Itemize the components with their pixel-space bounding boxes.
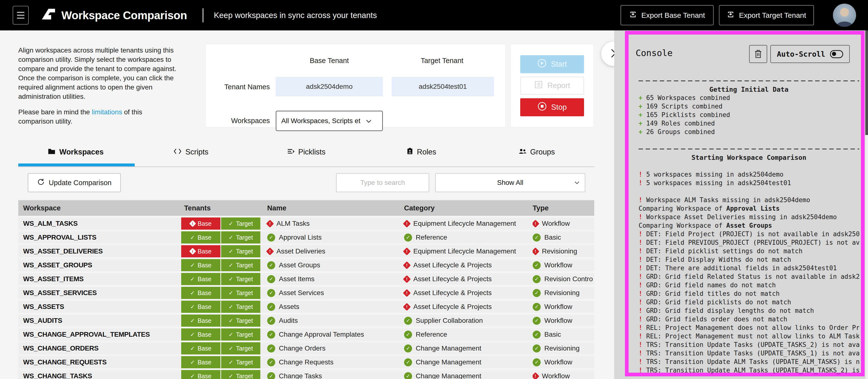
filter-select[interactable]: Show All <box>435 173 585 192</box>
table-row[interactable]: WS_ASSET_ITEMS✓Base✓Target✓Asset Items!A… <box>18 273 594 285</box>
name-cell: ✓Assets <box>267 301 299 313</box>
chevron-down-icon <box>575 181 580 184</box>
update-comparison-button[interactable]: Update Comparison <box>28 173 121 192</box>
search-input[interactable] <box>336 173 429 192</box>
console-log-line <box>639 187 859 196</box>
log-separator <box>639 149 859 149</box>
console-log-line: ! GRD: Grid field display lengths do not… <box>639 307 859 315</box>
workspace-id: WS_ASSETS <box>23 301 64 313</box>
warning-prefix: ! <box>639 350 643 357</box>
ok-check-icon: ✓ <box>533 261 541 269</box>
play-circle-icon <box>537 59 547 70</box>
table-row[interactable]: WS_ASSET_DELIVERIES!Base✓Target!Asset De… <box>18 245 594 257</box>
name-cell: ✓Change Requests <box>267 356 333 368</box>
column-header-category: Category <box>404 200 435 216</box>
check-icon: ✓ <box>229 373 233 379</box>
trash-icon <box>754 49 762 59</box>
check-icon: ✓ <box>190 290 195 296</box>
autoscroll-toggle-button[interactable]: Auto-Scroll <box>770 45 850 63</box>
target-tenant-badge: ✓Target <box>221 314 260 327</box>
console-log-line: Starting Workspace Comparison <box>639 153 859 162</box>
warning-diamond-icon: ! <box>403 275 411 283</box>
check-icon: ✓ <box>229 304 233 310</box>
table-row[interactable]: WS_ASSETS✓Base✓Target✓Assets!Asset Lifec… <box>18 301 594 313</box>
table-row[interactable]: WS_CHANGE_ORDERS✓Base✓Target✓Change Orde… <box>18 342 594 354</box>
workspace-id: WS_CHANGE_APPROVAL_TEMPLATES <box>23 329 150 341</box>
console-log-line: ! REL: Project Management does not allow… <box>639 323 859 332</box>
check-icon: ✓ <box>190 317 195 324</box>
base-tenant-name-value: adsk2504demo <box>276 77 383 96</box>
type-cell: ✓Revision Contro <box>533 273 594 285</box>
table-row[interactable]: WS_ASSET_GROUPS✓Base✓Target✓Asset Groups… <box>18 259 594 271</box>
base-tenant-badge: ✓Base <box>181 329 220 341</box>
table-row[interactable]: WS_ASSET_SERVICES✓Base✓Target✓Asset Serv… <box>18 287 594 299</box>
target-tenant-badge: ✓Target <box>221 217 260 230</box>
user-avatar[interactable] <box>833 4 856 27</box>
table-row[interactable]: WS_CHANGE_APPROVAL_TEMPLATES✓Base✓Target… <box>18 329 594 341</box>
type-cell: ✓Revisioning <box>533 342 594 354</box>
table-row[interactable]: WS_AUDITS✓Base✓Target✓Audits✓Supplier Co… <box>18 314 594 327</box>
target-tenant-badge: ✓Target <box>221 329 260 341</box>
base-tenant-column-header: Base Tenant <box>276 57 383 65</box>
limitations-link[interactable]: limitations <box>92 108 122 116</box>
check-icon: ✓ <box>229 345 233 352</box>
table-body: WS_ALM_TASKS!Base✓Target!ALM Tasks!Equip… <box>18 217 594 379</box>
ok-check-icon: ✓ <box>404 344 412 352</box>
ok-check-icon: ✓ <box>267 289 275 297</box>
tab-groups[interactable]: Groups <box>479 144 594 160</box>
roles-icon <box>407 148 413 157</box>
download-icon <box>629 10 637 20</box>
ok-check-icon: ✓ <box>404 358 412 366</box>
tab-roles[interactable]: Roles <box>364 144 479 160</box>
target-tenant-badge: ✓Target <box>221 370 260 379</box>
tab-picklists[interactable]: Picklists <box>249 144 364 160</box>
table-row[interactable]: WS_ALM_TASKS!Base✓Target!ALM Tasks!Equip… <box>18 217 594 230</box>
scrollbar[interactable] <box>865 30 868 379</box>
header-divider <box>203 8 204 22</box>
scrollbar-thumb[interactable] <box>865 30 868 135</box>
console-log-line: ! DET: There are additional fields in ad… <box>639 264 859 272</box>
table-row[interactable]: WS_CHANGE_TASKS✓Base✓Target✓Change Tasks… <box>18 370 594 379</box>
toggle-icon <box>830 50 843 58</box>
workspace-id: WS_ALM_TASKS <box>23 217 78 230</box>
workspaces-select[interactable]: All Workspaces, Scripts et <box>276 111 383 131</box>
table-row[interactable]: WS_APPROVAL_LISTS✓Base✓Target✓Approval L… <box>18 231 594 243</box>
workspace-id: WS_ASSET_DELIVERIES <box>23 245 103 257</box>
app-subtitle: Keep workspaces in sync across your tena… <box>214 0 377 30</box>
warning-prefix: ! <box>639 239 643 246</box>
warning-prefix: ! <box>639 265 643 272</box>
category-cell: !Asset Lifecycle & Projects <box>404 273 492 285</box>
stop-button[interactable]: Stop <box>520 98 584 116</box>
clear-console-button[interactable] <box>749 45 767 63</box>
console-log-line: Getting Initial Data <box>639 85 859 94</box>
type-cell: ✓Basic <box>533 329 594 341</box>
report-button[interactable]: Report <box>520 77 584 95</box>
tenant-names-label: Tenant Names <box>209 83 270 91</box>
console-log[interactable]: Getting Initial Data+ 65 Workspaces comb… <box>639 77 859 375</box>
ok-check-icon: ✓ <box>267 331 275 339</box>
console-log-line: ! TRS: Transition Update Tasks (UPDATE_T… <box>639 341 859 349</box>
warning-diamond-icon: ! <box>403 247 411 255</box>
export-target-tenant-button[interactable]: Export Target Tenant <box>719 5 814 25</box>
type-cell: ✓Workflow <box>533 356 594 368</box>
plus-prefix: + <box>639 103 643 110</box>
base-tenant-badge: !Base <box>181 217 220 230</box>
tabs: WorkspacesScriptsPicklistsRolesGroups <box>18 144 594 160</box>
tab-workspaces[interactable]: Workspaces <box>18 144 133 160</box>
tab-label: Picklists <box>298 148 326 157</box>
tab-label: Groups <box>530 148 555 157</box>
type-cell: ✓Workflow <box>533 301 594 313</box>
category-cell: ✓Supplier Collaboration <box>404 314 483 327</box>
table-row[interactable]: WS_CHANGE_REQUESTS✓Base✓Target✓Change Re… <box>18 356 594 368</box>
check-icon: ✓ <box>190 373 195 379</box>
warning-diamond-icon: ! <box>403 303 411 311</box>
console-log-line: ! DET: Field picklist settings do not ma… <box>639 247 859 255</box>
tab-scripts[interactable]: Scripts <box>133 144 249 160</box>
start-button[interactable]: Start <box>520 55 584 73</box>
ok-check-icon: ✓ <box>533 317 541 325</box>
export-base-tenant-button[interactable]: Export Base Tenant <box>621 5 714 25</box>
warning-prefix: ! <box>639 256 643 263</box>
warning-diamond-icon: ! <box>189 220 196 227</box>
hamburger-menu-button[interactable] <box>13 6 29 25</box>
category-cell: !Equipment Lifecycle Management <box>404 217 516 230</box>
